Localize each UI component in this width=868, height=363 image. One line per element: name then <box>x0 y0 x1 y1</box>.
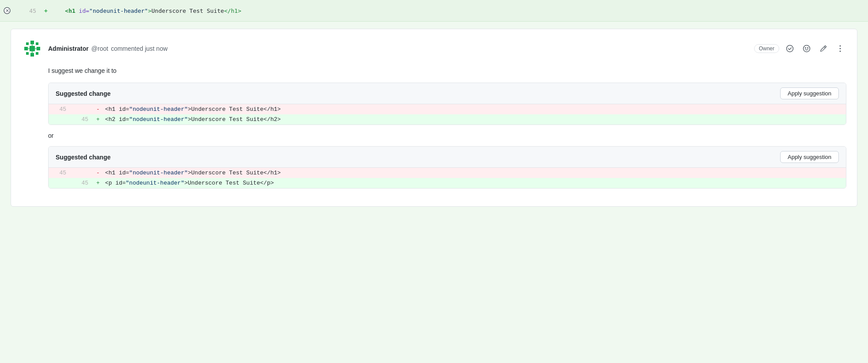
comment-text: I suggest we change it to <box>48 66 846 76</box>
apply-suggestion-button-1[interactable]: Apply suggestion <box>780 87 839 99</box>
add-sign-1: + <box>93 114 103 125</box>
more-actions-icon[interactable] <box>834 42 846 55</box>
comment-header: Administrator @root commented just now O… <box>22 38 846 59</box>
del-code-2: <h1 id="nodeunit-header">Underscore Test… <box>103 168 846 178</box>
svg-rect-11 <box>36 52 38 55</box>
comment-body: I suggest we change it to Suggested chan… <box>48 66 846 189</box>
svg-point-22 <box>840 51 841 52</box>
apply-suggestion-button-2[interactable]: Apply suggestion <box>780 151 839 163</box>
add-sign-2: + <box>93 178 103 188</box>
svg-rect-7 <box>37 47 40 50</box>
svg-rect-9 <box>36 42 38 45</box>
svg-point-16 <box>787 45 793 52</box>
svg-rect-10 <box>26 52 29 55</box>
svg-rect-14 <box>31 51 33 53</box>
suggestion-box-1: Suggested change Apply suggestion 45 - <… <box>48 83 846 125</box>
svg-point-20 <box>840 45 841 47</box>
svg-point-18 <box>805 48 806 49</box>
del-sign-2: - <box>93 168 103 178</box>
svg-point-19 <box>808 48 808 49</box>
svg-rect-8 <box>26 42 29 45</box>
add-line-num-old-2 <box>49 178 71 188</box>
del-line-num-new-2 <box>71 168 93 178</box>
avatar <box>22 38 43 59</box>
suggestion-header-1: Suggested change Apply suggestion <box>49 83 846 104</box>
del-sign-1: - <box>93 104 103 114</box>
diff-row-delete-1: 45 - <h1 id="nodeunit-header">Underscore… <box>49 104 846 114</box>
add-line-num-2: 45 <box>71 178 93 188</box>
add-code-1: <h2 id="nodeunit-header">Underscore Test… <box>103 114 846 125</box>
add-line-num-1: 45 <box>71 114 93 125</box>
diff-table-2: 45 - <h1 id="nodeunit-header">Underscore… <box>49 168 846 188</box>
suggestion-title-2: Suggested change <box>56 154 110 161</box>
svg-rect-13 <box>35 48 37 49</box>
suggestion-box-2: Suggested change Apply suggestion 45 - <… <box>48 146 846 189</box>
suggestion-title-1: Suggested change <box>56 90 110 97</box>
diff-row-add-2: 45 + <p id="nodeunit-header">Underscore … <box>49 178 846 188</box>
svg-point-17 <box>804 45 810 52</box>
del-line-num-1: 45 <box>49 104 71 114</box>
svg-rect-12 <box>31 44 33 46</box>
del-code-1: <h1 id="nodeunit-header">Underscore Test… <box>103 104 846 114</box>
svg-text:✕: ✕ <box>5 8 9 13</box>
topbar-line-number: 45 <box>14 8 41 14</box>
emoji-icon[interactable] <box>800 42 813 55</box>
del-line-num-2: 45 <box>49 168 71 178</box>
comment-card: Administrator @root commented just now O… <box>11 29 857 207</box>
svg-rect-15 <box>28 48 30 49</box>
add-code-2: <p id="nodeunit-header">Underscore Test … <box>103 178 846 188</box>
add-line-num-old-1 <box>49 114 71 125</box>
svg-rect-6 <box>24 47 28 50</box>
suggestion-header-2: Suggested change Apply suggestion <box>49 147 846 168</box>
diff-top-bar: ✕ 45 + <h1 id="nodeunit-header">Undersco… <box>0 0 868 22</box>
comment-username: Administrator <box>48 45 89 52</box>
comment-meta: Administrator @root commented just now <box>48 45 168 52</box>
owner-badge: Owner <box>754 44 779 53</box>
or-text: or <box>48 132 846 139</box>
svg-rect-3 <box>30 46 35 51</box>
comment-author-section: Administrator @root commented just now <box>22 38 168 59</box>
svg-point-21 <box>840 48 841 49</box>
edit-icon[interactable] <box>817 42 830 55</box>
svg-rect-5 <box>30 53 34 57</box>
comment-handle: @root <box>91 45 108 52</box>
expand-icon[interactable]: ✕ <box>0 4 14 18</box>
del-line-num-new-1 <box>71 104 93 114</box>
topbar-sign: + <box>41 8 51 14</box>
resolve-icon[interactable] <box>784 42 796 55</box>
comment-time: commented just now <box>111 45 167 52</box>
diff-row-delete-2: 45 - <h1 id="nodeunit-header">Underscore… <box>49 168 846 178</box>
diff-row-add-1: 45 + <h2 id="nodeunit-header">Underscore… <box>49 114 846 125</box>
svg-rect-4 <box>30 41 34 44</box>
topbar-code: <h1 id="nodeunit-header">Underscore Test… <box>51 8 242 14</box>
comment-actions: Owner <box>754 42 846 55</box>
diff-table-1: 45 - <h1 id="nodeunit-header">Underscore… <box>49 104 846 125</box>
